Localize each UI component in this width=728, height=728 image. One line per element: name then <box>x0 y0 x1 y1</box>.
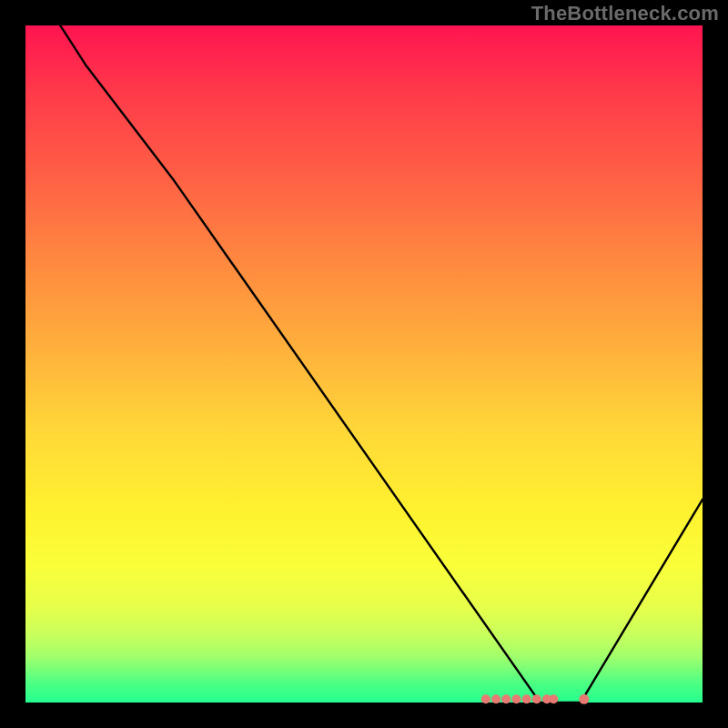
optimal-marker-dot <box>511 694 521 703</box>
chart-frame: TheBottleneck.com <box>0 0 728 728</box>
optimal-marker-dot <box>481 694 490 703</box>
optimal-marker-dot <box>501 694 511 703</box>
chart-overlay-svg <box>25 25 703 703</box>
optimal-marker-dot <box>522 694 531 703</box>
optimal-marker-dot <box>491 694 500 703</box>
bottleneck-curve <box>25 0 703 703</box>
watermark-text: TheBottleneck.com <box>531 2 719 25</box>
optimal-marker-dot <box>579 694 589 704</box>
optimal-marker-dot <box>549 694 558 703</box>
optimal-marker-dot <box>532 694 541 703</box>
